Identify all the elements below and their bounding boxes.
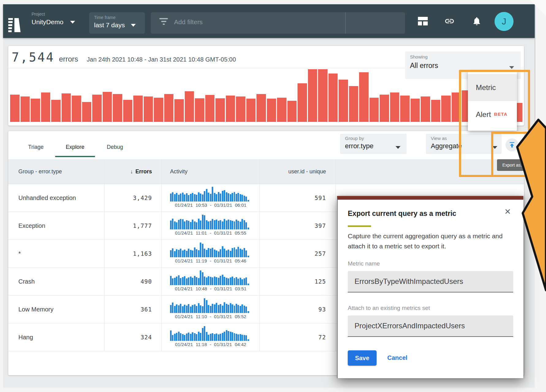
error-histogram-bar[interactable] xyxy=(256,94,266,122)
error-histogram-bar[interactable] xyxy=(421,96,430,122)
sort-descending-icon: ↓ xyxy=(130,168,133,175)
error-histogram-bar[interactable] xyxy=(246,99,256,122)
dialog-description: Capture the current aggregation query as… xyxy=(348,231,511,251)
error-histogram-bar[interactable] xyxy=(205,95,215,122)
error-histogram-bar[interactable] xyxy=(390,92,400,122)
errors-value: 361 xyxy=(104,296,161,323)
activity-sparkline[interactable] xyxy=(170,187,249,202)
error-histogram-bar[interactable] xyxy=(144,96,153,122)
activity-date-range: 01/24/21 11:19 - 01/31/21 05:46 xyxy=(162,258,260,263)
project-value: UnityDemo xyxy=(32,18,63,26)
error-histogram-bar[interactable] xyxy=(370,98,379,122)
error-histogram-bar[interactable] xyxy=(298,83,307,122)
group-value: Hang xyxy=(8,323,104,351)
activity-date-range: 01/24/21 11:10 - 01/31/21 05:52 xyxy=(162,314,260,319)
error-histogram-bar[interactable] xyxy=(308,69,317,122)
group-value: Unhandled exception xyxy=(8,184,104,212)
metric-name-field[interactable]: ErrorsByTypeWithImpactedUsers xyxy=(348,271,513,292)
showing-label: Showing xyxy=(410,54,428,59)
errors-summary-header: 7,544 errors Jan 24th 2021 10:48 - Jan 3… xyxy=(12,50,236,64)
copy-link-button[interactable] xyxy=(444,15,455,27)
activity-sparkline[interactable] xyxy=(170,298,249,313)
group-value: * xyxy=(8,240,104,267)
project-selector[interactable]: Project UnityDemo xyxy=(32,12,75,26)
timeframe-selector[interactable]: Time frame last 7 days xyxy=(89,12,145,34)
column-header-label: Group - error.type xyxy=(18,168,62,175)
tab-triage[interactable]: Triage xyxy=(17,136,55,158)
activity-sparkline[interactable] xyxy=(170,243,249,257)
error-histogram-bar[interactable] xyxy=(236,96,245,122)
error-histogram-bar[interactable] xyxy=(10,95,20,122)
error-histogram-bar[interactable] xyxy=(185,91,194,122)
error-histogram-bar[interactable] xyxy=(195,98,204,122)
backtrace-logo-icon[interactable] xyxy=(8,17,21,34)
activity-date-range: 01/24/21 10:48 - 01/31/21 03:51 xyxy=(162,286,260,291)
filters-divider xyxy=(345,12,346,34)
column-header-activity[interactable]: Activity xyxy=(162,159,260,184)
users-value: 591 xyxy=(260,184,336,212)
errors-value: 1,777 xyxy=(104,212,161,239)
error-histogram-bar[interactable] xyxy=(339,80,348,122)
column-header-group[interactable]: Group - error.type xyxy=(8,159,104,184)
error-histogram-bar[interactable] xyxy=(380,95,389,122)
error-histogram-bar[interactable] xyxy=(431,100,441,122)
annotation-arrow-icon xyxy=(507,117,546,293)
error-histogram-bar[interactable] xyxy=(51,100,61,122)
error-histogram-bar[interactable] xyxy=(349,86,358,122)
error-histogram-bar[interactable] xyxy=(62,93,71,122)
error-count: 7,544 xyxy=(12,50,55,64)
showing-value: All errors xyxy=(410,62,438,70)
error-histogram-bar[interactable] xyxy=(400,96,410,122)
activity-sparkline[interactable] xyxy=(170,215,249,229)
error-histogram-bar[interactable] xyxy=(277,98,286,122)
users-value: 93 xyxy=(260,296,336,323)
errors-value: 1,163 xyxy=(104,240,161,267)
chevron-down-icon xyxy=(131,24,136,27)
error-histogram-bar[interactable] xyxy=(133,96,143,122)
save-button[interactable]: Save xyxy=(348,350,377,366)
error-histogram-bar[interactable] xyxy=(113,94,122,122)
error-histogram-bar[interactable] xyxy=(21,96,30,122)
error-histogram-bar[interactable] xyxy=(82,102,92,122)
column-header-label: user.id - unique xyxy=(288,168,326,175)
error-histogram-bar[interactable] xyxy=(267,99,276,122)
error-histogram-bar[interactable] xyxy=(226,96,235,122)
activity-sparkline[interactable] xyxy=(170,270,249,285)
top-navigation-bar: Project UnityDemo Time frame last 7 days… xyxy=(3,4,535,38)
column-header-users[interactable]: user.id - unique xyxy=(260,159,336,184)
error-histogram-bar[interactable] xyxy=(41,92,51,122)
filters-input[interactable]: Add filters xyxy=(151,12,405,34)
error-histogram-bar[interactable] xyxy=(174,99,184,122)
error-histogram-bar[interactable] xyxy=(103,92,112,122)
error-histogram-bar[interactable] xyxy=(31,99,40,122)
tab-explore[interactable]: Explore xyxy=(55,136,95,158)
users-value: 397 xyxy=(260,212,336,239)
group-by-select[interactable]: Group by error.type xyxy=(340,134,407,154)
error-histogram-bar[interactable] xyxy=(411,99,420,122)
error-histogram-bar[interactable] xyxy=(72,96,81,122)
error-histogram-bar[interactable] xyxy=(441,96,451,122)
cancel-button[interactable]: Cancel xyxy=(387,354,408,361)
dashboard-layout-button[interactable] xyxy=(417,16,428,26)
notifications-button[interactable] xyxy=(471,15,483,27)
error-histogram-bar[interactable] xyxy=(359,72,369,122)
error-histogram-bar[interactable] xyxy=(123,100,133,122)
error-histogram-bar[interactable] xyxy=(318,69,328,122)
activity-sparkline[interactable] xyxy=(170,326,249,341)
date-range: Jan 24th 2021 10:48 - Jan 31st 2021 10:4… xyxy=(87,56,236,63)
tab-debug[interactable]: Debug xyxy=(95,136,135,158)
group-value: Low Memory xyxy=(8,296,104,323)
error-histogram-bar[interactable] xyxy=(154,98,163,122)
error-histogram-bar[interactable] xyxy=(215,98,225,122)
error-histogram-bar[interactable] xyxy=(287,101,297,122)
error-histogram-bar[interactable] xyxy=(164,94,174,122)
error-histogram-bar[interactable] xyxy=(92,95,102,122)
error-histogram-bar[interactable] xyxy=(328,74,338,122)
column-header-errors[interactable]: ↓ Errors xyxy=(104,159,162,184)
metric-name-label: Metric name xyxy=(348,260,380,267)
group-value: Exception xyxy=(8,212,104,239)
metrics-set-field[interactable]: ProjectXErrorsAndImpactedUsers xyxy=(348,315,513,337)
errors-summary-card: 7,544 errors Jan 24th 2021 10:48 - Jan 3… xyxy=(8,46,524,126)
user-avatar[interactable]: J xyxy=(495,12,514,31)
metrics-set-label: Attach to an existing metrics set xyxy=(348,305,430,311)
